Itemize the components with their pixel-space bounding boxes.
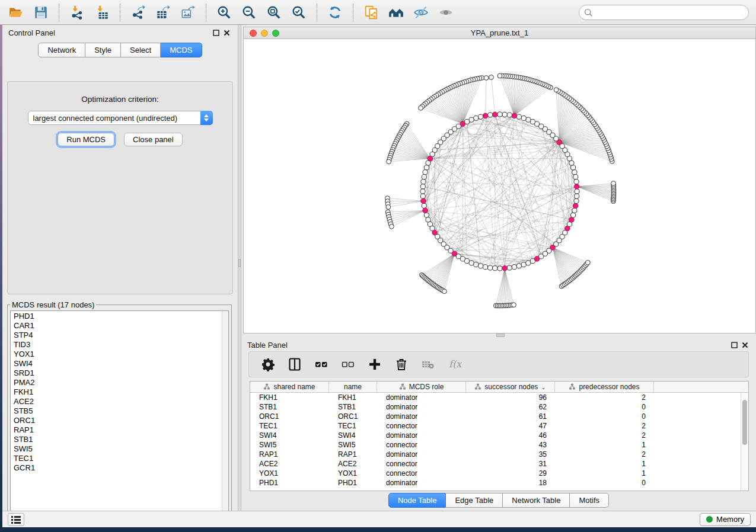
- result-list-item[interactable]: STB1: [14, 435, 228, 444]
- tab-select[interactable]: Select: [121, 43, 161, 57]
- float-panel-icon[interactable]: [210, 28, 221, 37]
- first-neighbors-button[interactable]: [385, 2, 407, 23]
- graph-node[interactable]: [507, 113, 512, 117]
- graph-node[interactable]: [420, 194, 425, 198]
- select-all-rows-button[interactable]: [311, 354, 332, 375]
- graph-node[interactable]: [424, 213, 429, 217]
- table-row[interactable]: SWI4SWI4dominator462: [250, 431, 748, 440]
- result-list-item[interactable]: ACE2: [14, 397, 228, 406]
- graph-node[interactable]: [488, 113, 493, 117]
- graph-hub-node[interactable]: [512, 113, 517, 118]
- graph-node[interactable]: [502, 112, 507, 117]
- table-row[interactable]: FKH1FKH1dominator962: [250, 393, 748, 402]
- graph-node[interactable]: [421, 180, 426, 184]
- close-panel-button[interactable]: Close panel: [124, 133, 183, 146]
- graph-node[interactable]: [422, 175, 426, 180]
- graph-node[interactable]: [386, 205, 391, 210]
- close-window-icon[interactable]: [250, 30, 257, 37]
- table-row[interactable]: RAP1RAP1dominator352: [250, 450, 748, 459]
- graph-node[interactable]: [574, 180, 579, 184]
- criterion-dropdown[interactable]: largest connected component (undirected): [28, 111, 213, 125]
- graph-node[interactable]: [507, 265, 512, 270]
- table-row[interactable]: ACE2ACE2connector311: [250, 459, 748, 469]
- graph-hub-node[interactable]: [574, 184, 579, 190]
- close-panel-icon[interactable]: [221, 28, 232, 37]
- graph-hub-node[interactable]: [493, 112, 498, 117]
- graph-node[interactable]: [420, 184, 425, 189]
- graph-node[interactable]: [512, 265, 516, 270]
- graph-hub-node[interactable]: [421, 198, 426, 204]
- graph-node[interactable]: [571, 165, 576, 170]
- graph-node[interactable]: [479, 264, 483, 268]
- graph-node[interactable]: [572, 208, 577, 213]
- delete-column-button[interactable]: [391, 354, 412, 375]
- tab-network-table[interactable]: Network Table: [503, 493, 570, 508]
- graph-hub-node[interactable]: [483, 113, 488, 118]
- graph-node[interactable]: [516, 264, 521, 268]
- table-row[interactable]: ORC1ORC1dominator610: [250, 412, 748, 421]
- graph-node[interactable]: [572, 170, 577, 175]
- graph-node[interactable]: [424, 165, 429, 170]
- result-list-item[interactable]: CAR1: [14, 321, 228, 331]
- show-columns-button[interactable]: [284, 354, 305, 375]
- export-image-button[interactable]: [177, 2, 199, 23]
- hide-graphics-details-button[interactable]: [410, 2, 432, 23]
- float-table-panel-icon[interactable]: [729, 340, 739, 350]
- graph-node[interactable]: [521, 262, 526, 267]
- result-list-item[interactable]: YOX1: [14, 350, 228, 359]
- graph-node[interactable]: [512, 303, 516, 307]
- export-table-button[interactable]: [152, 2, 174, 23]
- zoom-in-button[interactable]: [213, 2, 235, 23]
- result-list-item[interactable]: ORC1: [14, 416, 228, 425]
- result-list-item[interactable]: PMA2: [14, 378, 228, 387]
- graph-node[interactable]: [497, 266, 502, 271]
- tab-mcds[interactable]: MCDS: [161, 43, 202, 57]
- table-row[interactable]: TEC1TEC1connector472: [250, 421, 748, 431]
- result-list-item[interactable]: PHD1: [14, 312, 228, 321]
- table-row[interactable]: PHD1PHD1dominator180: [250, 478, 748, 488]
- graph-node[interactable]: [488, 265, 493, 270]
- table-row[interactable]: YOX1YOX1connector291: [250, 469, 748, 478]
- graph-node[interactable]: [526, 117, 531, 122]
- minimize-window-icon[interactable]: [261, 30, 268, 37]
- zoom-out-button[interactable]: [238, 2, 260, 23]
- graph-node[interactable]: [484, 76, 489, 81]
- column-header-MCDS-role[interactable]: MCDS role: [377, 382, 466, 392]
- open-session-button[interactable]: [5, 2, 27, 23]
- graph-node[interactable]: [423, 170, 428, 175]
- graph-node[interactable]: [479, 114, 483, 119]
- result-list-item[interactable]: GCR1: [14, 463, 228, 473]
- graph-node[interactable]: [426, 217, 430, 222]
- tab-edge-table[interactable]: Edge Table: [446, 493, 503, 508]
- graph-node[interactable]: [497, 112, 502, 117]
- graph-node[interactable]: [419, 105, 423, 110]
- graph-node[interactable]: [426, 161, 430, 165]
- graph-hub-node[interactable]: [423, 208, 428, 213]
- result-list-item[interactable]: STB5: [14, 406, 228, 416]
- graph-hub-node[interactable]: [502, 265, 508, 271]
- automation-panel-button[interactable]: [8, 513, 24, 526]
- close-table-panel-icon[interactable]: [739, 340, 750, 350]
- result-list-item[interactable]: FKH1: [14, 387, 228, 397]
- save-session-button[interactable]: [30, 2, 52, 23]
- zoom-selected-button[interactable]: [288, 2, 310, 23]
- graph-node[interactable]: [554, 88, 559, 92]
- result-list-item[interactable]: SWI4: [14, 359, 228, 368]
- graph-hub-node[interactable]: [573, 203, 578, 209]
- graph-node[interactable]: [516, 114, 521, 119]
- tab-node-table[interactable]: Node Table: [388, 493, 446, 508]
- maximize-window-icon[interactable]: [272, 30, 279, 37]
- result-list-item[interactable]: RAP1: [14, 425, 228, 435]
- table-row[interactable]: STB1STB1dominator620: [250, 402, 748, 412]
- graph-node[interactable]: [465, 259, 470, 264]
- graph-node[interactable]: [442, 289, 447, 294]
- graph-node[interactable]: [489, 75, 494, 80]
- graph-node[interactable]: [575, 194, 579, 198]
- graph-node[interactable]: [420, 189, 425, 194]
- graph-node[interactable]: [469, 117, 474, 122]
- import-table-button[interactable]: [91, 2, 113, 23]
- column-header-successor-nodes[interactable]: successor nodes⌄: [466, 382, 555, 392]
- search-box[interactable]: [579, 5, 749, 20]
- graph-node[interactable]: [483, 265, 488, 270]
- network-canvas[interactable]: [244, 39, 755, 333]
